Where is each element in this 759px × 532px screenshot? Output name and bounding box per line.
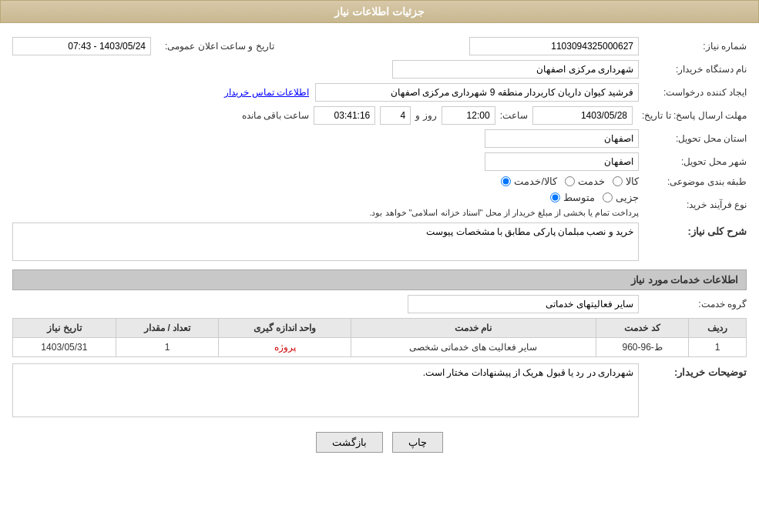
cell-date: 1403/05/31 — [13, 338, 116, 357]
buyer-notes-row: توضیحات خریدار: شهرداری در رد یا قبول هر… — [12, 363, 747, 420]
category-khedmat-item[interactable]: خدمت — [565, 176, 605, 187]
col-code-header: کد خدمت — [596, 319, 688, 338]
process-note: پرداخت تمام یا بخشی از مبلغ خریدار از مح… — [12, 208, 639, 218]
creator-row: ایجاد کننده درخواست: اطلاعات تماس خریدار — [12, 83, 747, 102]
city-row: شهر محل تحویل: — [12, 152, 747, 171]
need-number-row: شماره نیاز: تاریخ و ساعت اعلان عمومی: — [12, 37, 747, 55]
response-days-label: روز و — [415, 110, 436, 121]
group-service-input[interactable] — [408, 295, 639, 313]
need-description-value-cell: خرید و نصب مبلمان پارکی مطابق با مشخصات … — [12, 223, 639, 263]
process-value-cell: جزیی متوسط پرداخت تمام یا بخشی از مبلغ خ… — [12, 192, 639, 218]
category-label: طبقه بندی موضوعی: — [639, 176, 747, 187]
contact-link[interactable]: اطلاعات تماس خریدار — [224, 87, 309, 98]
services-section-header: اطلاعات خدمات مورد نیاز — [12, 269, 747, 290]
announce-date-label: تاریخ و ساعت اعلان عمومی: — [156, 41, 274, 52]
col-name-header: نام خدمت — [351, 319, 596, 338]
remaining-time-label: ساعت باقی مانده — [242, 110, 310, 121]
cell-code: ط-96-960 — [596, 338, 688, 357]
process-row: نوع فرآیند خرید: جزیی متوسط پرداخت تمام … — [12, 192, 747, 218]
need-description-row: شرح کلی نیاز: خرید و نصب مبلمان پارکی مط… — [12, 223, 747, 263]
category-khedmat-radio[interactable] — [565, 176, 575, 186]
category-value-cell: کالا خدمت کالا/خدمت — [12, 176, 639, 187]
need-number-value-cell — [290, 37, 639, 55]
province-input[interactable] — [485, 129, 639, 148]
announce-date-input[interactable] — [12, 37, 151, 55]
table-row: 1ط-96-960سایر فعالیت های خدماتی شخصیپروژ… — [13, 338, 747, 357]
need-number-input[interactable] — [469, 37, 639, 55]
process-jozvi-radio[interactable] — [603, 192, 613, 202]
need-description-textarea[interactable]: خرید و نصب مبلمان پارکی مطابق با مشخصات … — [12, 223, 639, 261]
city-value-cell — [12, 152, 639, 171]
province-value-cell — [12, 129, 639, 148]
process-jozvi-item[interactable]: جزیی — [603, 192, 639, 203]
cell-row: 1 — [689, 338, 747, 357]
response-days-input[interactable] — [380, 106, 411, 125]
buyer-notes-label: توضیحات خریدار: — [639, 363, 747, 378]
page-title: جزئیات اطلاعات نیاز — [334, 5, 425, 18]
group-service-value-cell — [12, 295, 639, 313]
buyer-org-input[interactable] — [392, 60, 639, 79]
button-area: چاپ بازگشت — [12, 432, 747, 453]
creator-input[interactable] — [315, 83, 639, 102]
buyer-org-label: نام دستگاه خریدار: — [639, 64, 747, 75]
process-label: نوع فرآیند خرید: — [639, 199, 747, 210]
services-section-label: اطلاعات خدمات مورد نیاز — [631, 274, 738, 286]
response-deadline-row: مهلت ارسال پاسخ: تا تاریخ: ساعت: روز و س… — [12, 106, 747, 125]
response-date-input[interactable] — [532, 106, 633, 125]
group-service-row: گروه خدمت: — [12, 295, 747, 313]
process-motavasset-item[interactable]: متوسط — [550, 192, 595, 203]
cell-unit: پروژه — [219, 338, 351, 357]
category-kala-khedmat-radio[interactable] — [501, 176, 511, 186]
province-row: استان محل تحویل: — [12, 129, 747, 148]
cell-name: سایر فعالیت های خدماتی شخصی — [351, 338, 596, 357]
buyer-notes-textarea[interactable]: شهرداری در رد یا قبول هریک از پیشنهادات … — [12, 363, 639, 417]
print-button[interactable]: چاپ — [392, 432, 443, 453]
group-service-label: گروه خدمت: — [639, 299, 747, 309]
need-number-label: شماره نیاز: — [639, 41, 747, 52]
creator-label: ایجاد کننده درخواست: — [639, 87, 747, 98]
category-kala-khedmat-label: کالا/خدمت — [514, 176, 557, 187]
buyer-org-value-cell — [12, 60, 639, 79]
col-row-header: ردیف — [689, 319, 747, 338]
services-table: ردیف کد خدمت نام خدمت واحد اندازه گیری ت… — [12, 318, 747, 357]
response-deadline-label: مهلت ارسال پاسخ: تا تاریخ: — [633, 110, 747, 121]
category-kala-khedmat-item[interactable]: کالا/خدمت — [501, 176, 557, 187]
process-motavasset-label: متوسط — [563, 192, 595, 203]
process-motavasset-radio[interactable] — [550, 192, 560, 202]
category-kala-item[interactable]: کالا — [613, 176, 639, 187]
category-kala-radio[interactable] — [613, 176, 623, 186]
col-unit-header: واحد اندازه گیری — [219, 319, 351, 338]
city-label: شهر محل تحویل: — [639, 156, 747, 167]
need-description-label: شرح کلی نیاز: — [639, 223, 747, 237]
col-qty-header: تعداد / مقدار — [116, 319, 219, 338]
response-deadline-value-cell: ساعت: روز و ساعت باقی مانده — [12, 106, 633, 125]
category-kala-label: کالا — [626, 176, 639, 187]
response-time-input[interactable] — [442, 106, 495, 125]
response-time-label: ساعت: — [500, 110, 528, 121]
announce-date-group: تاریخ و ساعت اعلان عمومی: — [12, 37, 274, 55]
back-button[interactable]: بازگشت — [316, 432, 383, 453]
page-header: جزئیات اطلاعات نیاز — [0, 0, 759, 23]
creator-value-cell: اطلاعات تماس خریدار — [12, 83, 639, 102]
category-row: طبقه بندی موضوعی: کالا خدمت کالا/خدمت — [12, 176, 747, 187]
buyer-org-row: نام دستگاه خریدار: — [12, 60, 747, 79]
province-label: استان محل تحویل: — [639, 133, 747, 144]
process-jozvi-label: جزیی — [616, 192, 639, 203]
remaining-time-input[interactable] — [314, 106, 375, 125]
col-date-header: تاریخ نیاز — [13, 319, 116, 338]
category-khedmat-label: خدمت — [578, 176, 605, 187]
buyer-notes-value-cell: شهرداری در رد یا قبول هریک از پیشنهادات … — [12, 363, 639, 420]
cell-qty: 1 — [116, 338, 219, 357]
city-input[interactable] — [485, 152, 639, 171]
